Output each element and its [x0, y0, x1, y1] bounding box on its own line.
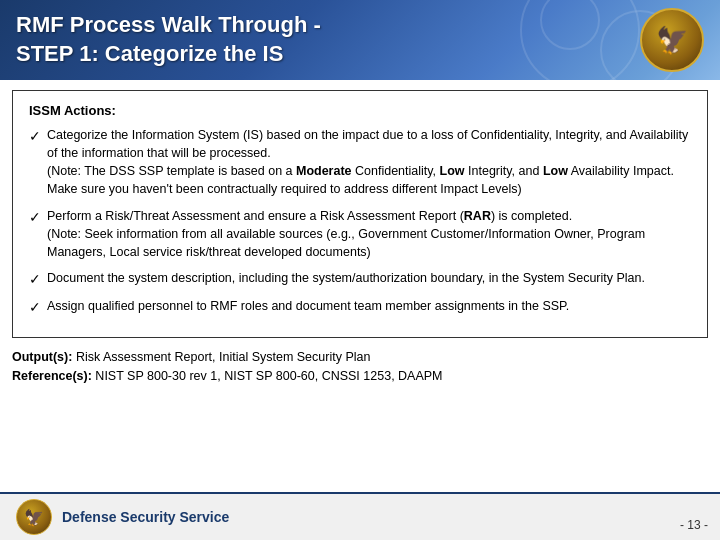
- header: RMF Process Walk Through - STEP 1: Categ…: [0, 0, 720, 80]
- header-title-line2: STEP 1: Categorize the IS: [16, 40, 321, 69]
- reference-label: Reference(s):: [12, 369, 92, 383]
- list-item: ✓ Assign qualified personnel to RMF role…: [29, 297, 691, 317]
- checkmark-icon: ✓: [29, 126, 41, 199]
- item-text-2: Perform a Risk/Threat Assessment and ens…: [47, 207, 691, 261]
- checkmark-icon: ✓: [29, 297, 41, 317]
- output-text: Risk Assessment Report, Initial System S…: [72, 350, 370, 364]
- footer-logo-icon: 🦅: [24, 508, 44, 527]
- footer: 🦅 Defense Security Service - 13 -: [0, 492, 720, 540]
- output-label: Output(s):: [12, 350, 72, 364]
- checkmark-icon: ✓: [29, 269, 41, 289]
- reference-line: Reference(s): NIST SP 800-30 rev 1, NIST…: [12, 367, 708, 386]
- logo-icon: 🦅: [656, 25, 688, 56]
- main-content-box: ISSM Actions: ✓ Categorize the Informati…: [12, 90, 708, 338]
- list-item: ✓ Categorize the Information System (IS)…: [29, 126, 691, 199]
- header-title: RMF Process Walk Through - STEP 1: Categ…: [16, 11, 321, 68]
- header-logo: 🦅: [640, 8, 704, 72]
- list-item: ✓ Perform a Risk/Threat Assessment and e…: [29, 207, 691, 261]
- issm-title: ISSM Actions:: [29, 103, 691, 118]
- header-title-line1: RMF Process Walk Through -: [16, 11, 321, 40]
- list-item: ✓ Document the system description, inclu…: [29, 269, 691, 289]
- output-line: Output(s): Risk Assessment Report, Initi…: [12, 348, 708, 367]
- footer-logo: 🦅: [16, 499, 52, 535]
- output-section: Output(s): Risk Assessment Report, Initi…: [12, 348, 708, 386]
- footer-page-number: - 13 -: [680, 518, 708, 532]
- item-text-4: Assign qualified personnel to RMF roles …: [47, 297, 691, 317]
- item-text-1: Categorize the Information System (IS) b…: [47, 126, 691, 199]
- item-text-3: Document the system description, includi…: [47, 269, 691, 289]
- footer-org-name: Defense Security Service: [62, 509, 229, 525]
- checkmark-icon: ✓: [29, 207, 41, 261]
- reference-text: NIST SP 800-30 rev 1, NIST SP 800-60, CN…: [92, 369, 443, 383]
- logo-circle: 🦅: [640, 8, 704, 72]
